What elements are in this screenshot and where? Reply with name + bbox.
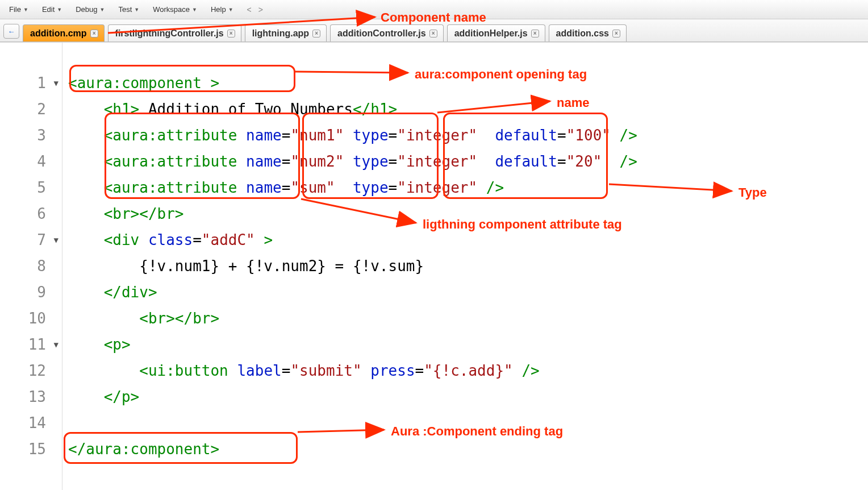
menu-file[interactable]: File▼ <box>9 5 28 14</box>
nav-history-icon[interactable]: < > <box>247 5 265 14</box>
tab-addition-css[interactable]: addition.css × <box>549 24 627 41</box>
code-line[interactable]: {!v.num1} + {!v.num2} = {!v.sum} <box>68 253 868 279</box>
tab-addition-cmp[interactable]: addition.cmp × <box>23 24 105 41</box>
tab-label: additionHelper.js <box>454 28 528 39</box>
close-icon[interactable]: × <box>312 30 320 38</box>
line-number-gutter: 1▼234567▼891011▼12131415 <box>0 43 62 490</box>
menu-workspace[interactable]: Workspace▼ <box>153 5 197 14</box>
fold-toggle-icon[interactable]: ▼ <box>54 331 59 358</box>
line-number: 9 <box>0 279 62 305</box>
close-icon[interactable]: × <box>90 30 98 38</box>
chevron-down-icon: ▼ <box>100 7 105 13</box>
line-number: 10 <box>0 305 62 331</box>
tab-firstlightning-controller[interactable]: firstlightningController.js × <box>108 24 241 41</box>
line-number: 11▼ <box>0 331 62 358</box>
tabbar: ← addition.cmp × firstlightningControlle… <box>0 19 868 42</box>
line-number: 5 <box>0 175 62 201</box>
chevron-down-icon: ▼ <box>23 7 28 13</box>
line-number: 1▼ <box>0 70 62 96</box>
chevron-down-icon: ▼ <box>57 7 62 13</box>
menu-test[interactable]: Test▼ <box>118 5 139 14</box>
chevron-down-icon: ▼ <box>134 7 139 13</box>
fold-toggle-icon[interactable]: ▼ <box>54 70 59 96</box>
code-line[interactable] <box>68 410 868 436</box>
close-icon[interactable]: × <box>531 30 539 38</box>
chevron-down-icon: ▼ <box>228 7 233 13</box>
code-line[interactable]: <aura:attribute name="sum" type="integer… <box>68 175 868 201</box>
menubar: File▼ Edit▼ Debug▼ Test▼ Workspace▼ Help… <box>0 0 868 19</box>
fold-toggle-icon[interactable]: ▼ <box>54 227 59 253</box>
menu-debug[interactable]: Debug▼ <box>76 5 105 14</box>
close-icon[interactable]: × <box>227 30 235 38</box>
code-line[interactable]: <br></br> <box>68 201 868 227</box>
line-number: 8 <box>0 253 62 279</box>
line-number: 2 <box>0 96 62 122</box>
code-line[interactable]: </div> <box>68 279 868 305</box>
menu-edit[interactable]: Edit▼ <box>42 5 62 14</box>
line-number: 7▼ <box>0 227 62 253</box>
line-number: 13 <box>0 384 62 410</box>
chevron-down-icon: ▼ <box>192 7 197 13</box>
code-line[interactable]: <p> <box>68 331 868 358</box>
close-icon[interactable]: × <box>429 30 437 38</box>
tab-label: additionController.js <box>337 28 426 39</box>
tab-addition-controller[interactable]: additionController.js × <box>330 24 444 41</box>
tab-lightning-app[interactable]: lightning.app × <box>245 24 327 41</box>
code-line[interactable]: </aura:component> <box>68 436 868 462</box>
code-editor[interactable]: 1▼234567▼891011▼12131415 <aura:component… <box>0 42 868 490</box>
line-number: 14 <box>0 410 62 436</box>
code-content[interactable]: <aura:component > <h1> Addition of Two N… <box>68 70 868 462</box>
tab-label: addition.cmp <box>30 28 87 39</box>
code-line[interactable]: <aura:component > <box>68 70 868 96</box>
line-number: 6 <box>0 201 62 227</box>
menu-help[interactable]: Help▼ <box>211 5 233 14</box>
line-number: 4 <box>0 148 62 175</box>
code-line[interactable]: <aura:attribute name="num1" type="intege… <box>68 122 868 148</box>
line-number: 3 <box>0 122 62 148</box>
line-number: 15 <box>0 436 62 462</box>
tab-label: addition.css <box>556 28 609 39</box>
tab-addition-helper[interactable]: additionHelper.js × <box>447 24 545 41</box>
code-line[interactable]: </p> <box>68 384 868 410</box>
tab-label: lightning.app <box>252 28 309 39</box>
code-line[interactable]: <ui:button label="submit" press="{!c.add… <box>68 358 868 384</box>
code-line[interactable]: <br></br> <box>68 305 868 331</box>
code-line[interactable]: <aura:attribute name="num2" type="intege… <box>68 148 868 175</box>
tab-label: firstlightningController.js <box>115 28 224 39</box>
line-number: 12 <box>0 358 62 384</box>
close-icon[interactable]: × <box>612 30 620 38</box>
code-line[interactable]: <h1> Addition of Two Numbers</h1> <box>68 96 868 122</box>
back-button[interactable]: ← <box>3 24 19 39</box>
code-line[interactable]: <div class="addC" > <box>68 227 868 253</box>
